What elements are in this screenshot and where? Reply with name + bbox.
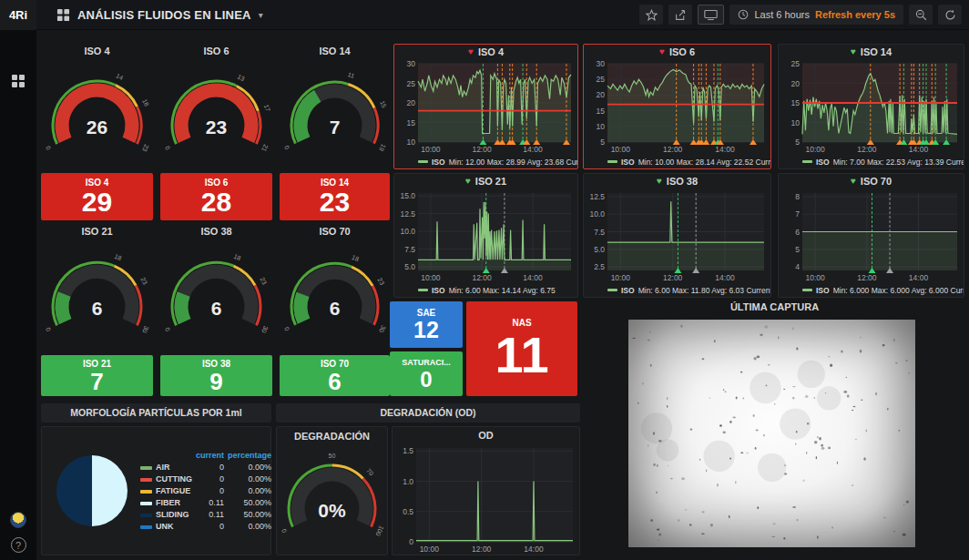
refresh-button[interactable] [938,5,962,25]
panel-title[interactable]: ISO 70 [861,176,892,187]
stat-iso21[interactable]: ISO 21 7 [41,355,153,396]
panel-title[interactable]: ISO 14 [861,46,892,57]
svg-text:6: 6 [330,298,341,319]
panel-title[interactable]: ISO 21 [475,176,506,187]
panel-title[interactable]: ISO 70 [280,226,390,239]
alert-heart-icon: ♥ [468,47,474,56]
svg-text:13: 13 [237,73,246,82]
gauge-iso38: 01823306 [160,239,272,351]
panel-gauge-iso21[interactable]: ISO 21 01823306 [41,224,153,351]
chart-iso38[interactable]: 12.510.07.55.02.510:0012:0014:00 [584,188,770,283]
series-label[interactable]: AIR [154,461,194,473]
section-header-degradation[interactable]: DEGRADACIÓN (OD) [276,403,580,423]
panel-chart-iso6[interactable]: ♥ ISO 6 3025201510510:0012:0014:00 ISOMi… [583,44,771,169]
panel-title[interactable]: ISO 14 [280,46,390,59]
series-label[interactable]: FIBER [154,496,194,508]
chart-od[interactable]: 1.51.00.5010:0012:0014:00 [393,443,579,555]
svg-text:18: 18 [141,98,150,107]
series-percentage: 50.00% [226,508,273,520]
svg-text:30: 30 [407,59,416,68]
panel-title[interactable]: ISO 38 [667,176,698,187]
chart-iso70[interactable]: 8765410:0012:0014:00 [779,188,964,283]
stat-value: 28 [201,188,231,217]
dashboards-icon[interactable] [0,66,36,97]
series-percentage: 50.00% [226,496,273,508]
panel-title[interactable]: ÚLTIMA CAPTURA [584,301,965,315]
user-avatar[interactable] [10,512,26,528]
stat-iso38[interactable]: ISO 38 9 [160,355,272,396]
svg-text:23: 23 [139,276,148,285]
panel-chart-iso38[interactable]: ♥ ISO 38 12.510.07.55.02.510:0012:0014:0… [583,173,771,298]
panel-title[interactable]: OD [478,430,494,441]
stat-sae[interactable]: SAE 12 [390,301,463,348]
chart-iso4[interactable]: 302520151010:0012:0014:00 [394,59,577,155]
stat-nas[interactable]: NAS 11 [466,301,577,396]
star-button[interactable] [639,5,663,25]
svg-text:14:00: 14:00 [909,273,929,282]
gauge-svg: 01115197 [280,59,390,169]
chart-iso21[interactable]: 15.012.510.07.55.010:0012:0014:00 [394,188,577,283]
series-current: 0 [194,473,226,484]
series-swatch [138,473,154,484]
series-swatch [138,461,154,473]
gauge-iso14: 01115197 [280,59,390,169]
panel-gauge-iso6[interactable]: ISO 6 013172123 [160,44,272,169]
gauge-svg: 014182326 [41,59,153,169]
chart-iso14[interactable]: 25201510510:0012:0014:00 [779,59,964,155]
panel-gauge-iso4[interactable]: ISO 4 014182326 [41,44,153,169]
svg-text:14:00: 14:00 [524,545,544,554]
svg-text:7: 7 [795,209,800,219]
series-swatch [138,520,154,532]
panel-gauge-degradacion[interactable]: DEGRADACIÓN 050701000% [276,426,388,555]
series-label[interactable]: CUTTING [154,473,194,484]
chart-iso6[interactable]: 3025201510510:0012:0014:00 [584,59,770,155]
panel-title[interactable]: DEGRADACIÓN [277,431,387,443]
panel-chart-iso21[interactable]: ♥ ISO 21 15.012.510.07.55.010:0012:0014:… [393,173,578,298]
stat-iso14[interactable]: ISO 14 23 [280,173,390,220]
chart-legend: ISOMin: 6.000 Max: 6.000 Avg: 6.000 Curr… [779,283,964,297]
panel-title[interactable]: ISO 38 [160,226,272,239]
panel-last-capture[interactable]: ÚLTIMA CAPTURA [584,301,965,557]
panel-title[interactable]: ISO 6 [669,46,695,57]
morphology-pie-chart[interactable] [56,455,128,526]
section-header-morphology[interactable]: MORFOLOGÍA PARTÍCULAS POR 1ml [41,403,271,423]
svg-text:15: 15 [407,118,416,127]
gauge-iso6: 013172123 [160,59,272,169]
panel-title[interactable]: ISO 4 [478,46,504,57]
svg-text:5.0: 5.0 [594,245,605,254]
panel-morphology[interactable]: current percentage AIR00.00%CUTTING00.00… [41,426,271,555]
panel-title[interactable]: ISO 4 [41,46,153,59]
panel-chart-iso4[interactable]: ♥ ISO 4 302520151010:0012:0014:00 ISOMin… [393,44,578,169]
help-icon[interactable]: ? [11,537,26,553]
stat-iso70[interactable]: ISO 70 6 [280,355,390,396]
time-range-picker[interactable]: Last 6 hours Refresh every 5s [729,5,903,25]
dashboard-title-menu[interactable]: ANÁLISIS FLUIDOS EN LINEA ▾ [56,8,263,22]
org-logo[interactable]: 4Ri [0,0,36,30]
svg-text:5: 5 [795,137,800,147]
svg-text:5.0: 5.0 [404,262,415,271]
gauge-iso21: 01823306 [41,239,153,351]
series-label[interactable]: SLIDING [154,508,194,520]
stat-iso4[interactable]: ISO 4 29 [41,173,153,220]
panel-title[interactable]: ISO 6 [160,46,272,59]
share-button[interactable] [668,5,692,25]
panel-chart-iso70[interactable]: ♥ ISO 70 8765410:0012:0014:00 ISOMin: 6.… [778,173,964,298]
zoom-out-button[interactable] [909,5,933,25]
svg-text:12.5: 12.5 [400,209,415,219]
series-label[interactable]: FATIGUE [154,484,194,496]
panel-gauge-iso14[interactable]: ISO 14 01115197 [280,44,390,169]
panel-chart-od[interactable]: OD 1.51.00.5010:0012:0014:00 [392,426,580,555]
dashboard-grid: ISO 4 014182326 ISO 6 013172123 ISO 14 0… [36,30,969,560]
tv-cycle-button[interactable] [698,5,724,25]
chart-svg: 25201510510:0012:0014:00 [779,59,964,155]
panel-gauge-iso38[interactable]: ISO 38 01823306 [160,224,272,351]
panel-title[interactable]: ISO 21 [41,226,153,239]
chart-svg: 12.510.07.55.02.510:0012:0014:00 [584,188,770,283]
stat-iso6[interactable]: ISO 6 28 [160,173,272,220]
ok-heart-icon: ♥ [657,177,662,186]
panel-gauge-iso70[interactable]: ISO 70 01823306 [280,224,390,351]
series-label[interactable]: UNK [154,520,194,532]
panel-chart-iso14[interactable]: ♥ ISO 14 25201510510:0012:0014:00 ISOMin… [778,44,964,169]
svg-text:25: 25 [791,59,801,68]
stat-saturacion[interactable]: SATURACI... 0 [390,351,463,396]
